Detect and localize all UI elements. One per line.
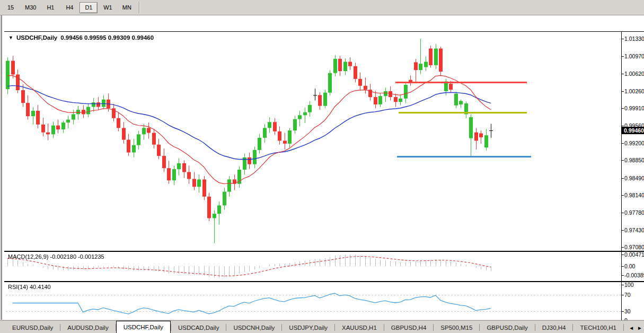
price-axis-label: 0.99200 — [624, 140, 644, 146]
price-axis-label: 0.97080 — [624, 244, 644, 250]
main-price-chart[interactable] — [6, 32, 621, 251]
chart-title: ▼ USDCHF,Daily 0.99456 0.99595 0.99309 0… — [8, 34, 154, 41]
panel-divider[interactable] — [4, 281, 644, 282]
chart-ohlc-values: 0.99456 0.99595 0.99309 0.99460 — [60, 34, 154, 41]
tab-gbpusd-daily[interactable]: GBPUSD,Daily — [480, 322, 534, 333]
indicator-axis-label: 0.004718 — [624, 251, 644, 258]
symbol-tab-bar: EURUSD,DailyAUDUSD,DailyUSDCHF,DailyUSDC… — [0, 320, 644, 333]
tab-usdcnh-daily[interactable]: USDCNH,Daily — [226, 322, 281, 333]
indicator-axis-label: -0.003893 — [624, 272, 644, 278]
tab-dj30-h4[interactable]: DJ30,H4 — [535, 322, 573, 333]
indicator-axis-label: 0.00 — [624, 263, 635, 269]
tab-xauusd-h1[interactable]: XAUUSD,H1 — [335, 322, 384, 333]
tab-tech100-h1[interactable]: TECH100,H1 — [573, 322, 623, 333]
current-price-tag: 0.99460 — [622, 127, 644, 134]
scroll-right-icon[interactable]: ► — [637, 325, 642, 331]
price-axis-label: 0.98140 — [624, 192, 644, 198]
timeframe-button-w1[interactable]: W1 — [99, 2, 117, 13]
price-axis-label: 1.00260 — [624, 88, 644, 94]
tab-scroll-arrows: ◄ ► — [627, 325, 642, 331]
macd-values: -0.002180 -0.001235 — [50, 253, 104, 260]
price-axis-label: 0.97430 — [624, 227, 644, 233]
rsi-panel-label: RSI(14) 40.4140 — [8, 284, 51, 290]
tab-usdcad-daily[interactable]: USDCAD,Daily — [171, 322, 226, 333]
toolbar-separator — [139, 2, 140, 13]
price-axis-label: 1.00620 — [624, 71, 644, 77]
timeframe-button-mn[interactable]: MN — [118, 2, 136, 13]
tab-usdjpy-daily[interactable]: USDJPY,Daily — [282, 322, 334, 333]
rsi-name: RSI(14) — [8, 284, 28, 290]
timeframe-button-d1[interactable]: D1 — [80, 2, 98, 13]
timeframe-toolbar: 15M30H1H4D1W1MN — [0, 0, 644, 15]
timeframe-button-m30[interactable]: M30 — [21, 2, 40, 13]
price-axis-label: 1.00970 — [624, 53, 644, 59]
tab-usdchf-daily[interactable]: USDCHF,Daily — [116, 321, 171, 333]
chart-window: ▼ USDCHF,Daily 0.99456 0.99595 0.99309 0… — [1, 15, 644, 320]
tab-audusd-daily[interactable]: AUDUSD,Daily — [60, 322, 115, 333]
rsi-indicator-chart[interactable] — [6, 282, 621, 325]
rsi-value: 40.4140 — [30, 284, 51, 290]
timeframe-button-h1[interactable]: H1 — [41, 2, 59, 13]
macd-name: MACD(12,26,9) — [8, 253, 48, 260]
panel-divider[interactable] — [4, 251, 644, 252]
price-axis-label: 0.99910 — [624, 105, 644, 111]
tab-sp500-m15[interactable]: SP500,M15 — [434, 322, 479, 333]
indicator-axis-label: 100 — [624, 282, 634, 288]
price-axis-label: 0.98850 — [624, 157, 644, 163]
price-axis-label: 0.97780 — [624, 209, 644, 216]
price-axis-label: 0.98490 — [624, 175, 644, 181]
macd-panel-label: MACD(12,26,9) -0.002180 -0.001235 — [8, 253, 104, 260]
timeframe-button-15[interactable]: 15 — [2, 2, 20, 13]
scroll-left-icon[interactable]: ◄ — [629, 325, 634, 331]
indicator-axis-label: 70 — [624, 292, 631, 298]
chart-symbol-label: USDCHF,Daily — [16, 34, 57, 41]
chevron-down-icon[interactable]: ▼ — [8, 35, 13, 40]
tab-gbpusd-h4[interactable]: GBPUSD,H4 — [384, 322, 433, 333]
tab-eurusd-daily[interactable]: EURUSD,Daily — [5, 322, 60, 333]
price-axis-label: 1.01330 — [624, 36, 644, 42]
application-window: 15M30H1H4D1W1MN ▼ USDCHF,Daily 0.99456 0… — [0, 0, 644, 333]
timeframe-button-h4[interactable]: H4 — [60, 2, 78, 13]
indicator-axis-label: 30 — [624, 308, 631, 314]
